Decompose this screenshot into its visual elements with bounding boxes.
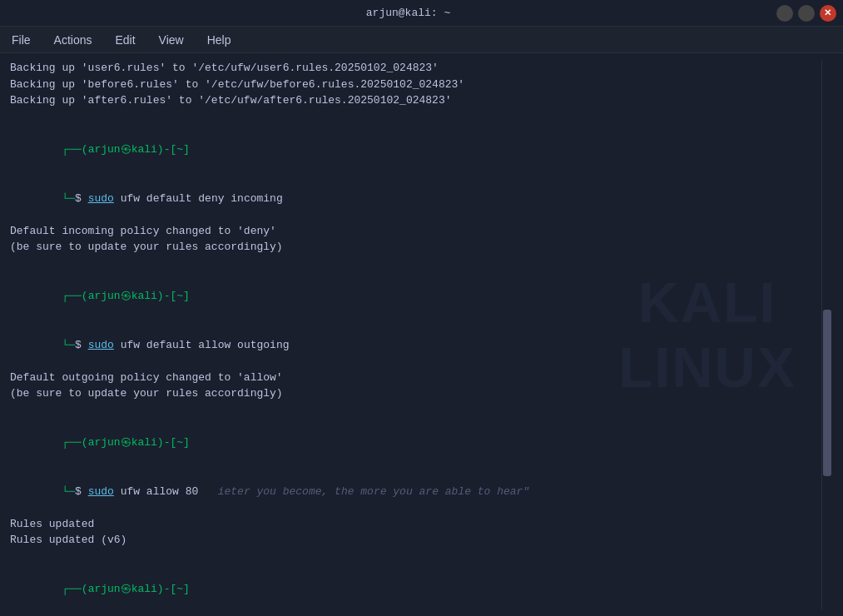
empty-line-2 [10, 256, 821, 272]
cmd-text-1: ufw default deny incoming [114, 192, 283, 205]
menu-edit[interactable]: Edit [110, 32, 140, 48]
menu-bar: File Actions Edit View Help [0, 27, 843, 53]
cmd-text-2: ufw default allow outgoing [114, 339, 290, 351]
cmd-line-1: └─$ sudo ufw default deny incoming [10, 174, 821, 223]
scrollbar[interactable] [821, 60, 833, 609]
cmd-sudo-2: sudo [88, 339, 114, 351]
cmd-sudo-3: sudo [88, 485, 114, 498]
menu-file[interactable]: File [7, 32, 36, 48]
prompt-line-4: ┌──(arjun㉿kali)-[~] [10, 565, 821, 610]
quote-text: ieter you become, the more you are able … [198, 485, 529, 498]
maximize-button[interactable] [798, 5, 815, 22]
cmd-text-3: ufw allow 80 [114, 485, 198, 498]
empty-line-3 [10, 402, 821, 419]
window-controls: ✕ [776, 5, 836, 22]
output-line-1: Backing up 'user6.rules' to '/etc/ufw/us… [10, 60, 821, 77]
prompt-line-3: ┌──(arjun㉿kali)-[~] [10, 419, 821, 468]
terminal-body[interactable]: KALI LINUX Backing up 'user6.rules' to '… [0, 53, 843, 616]
output-80-1: Rules updated [10, 516, 821, 533]
empty-line-1 [10, 109, 821, 126]
output-allow-1: Default outgoing policy changed to 'allo… [10, 370, 821, 386]
terminal-window: arjun@kali: ~ ✕ File Actions Edit View H… [0, 0, 843, 616]
output-deny-2: (be sure to update your rules accordingl… [10, 239, 821, 256]
output-line-2: Backing up 'before6.rules' to '/etc/ufw/… [10, 77, 821, 93]
menu-actions[interactable]: Actions [49, 32, 97, 48]
output-line-3: Backing up 'after6.rules' to '/etc/ufw/a… [10, 92, 821, 109]
menu-view[interactable]: View [154, 32, 189, 48]
cmd-sudo-1: sudo [88, 192, 114, 205]
prompt-host-1: arjun㉿kali [88, 143, 157, 156]
output-80-2: Rules updated (v6) [10, 532, 821, 549]
window-title: arjun@kali: ~ [366, 7, 450, 19]
output-allow-2: (be sure to update your rules accordingl… [10, 385, 821, 402]
prompt-line-1: ┌──(arjun㉿kali)-[~] [10, 126, 821, 175]
cmd-line-3: └─$ sudo ufw allow 80 ieter you become, … [10, 467, 821, 516]
prompt-bracket-1: ┌──( [62, 143, 87, 156]
output-deny-1: Default incoming policy changed to 'deny… [10, 223, 821, 240]
title-bar: arjun@kali: ~ ✕ [0, 0, 843, 27]
terminal-content: KALI LINUX Backing up 'user6.rules' to '… [10, 60, 821, 609]
empty-line-4 [10, 549, 821, 565]
cmd-line-2: └─$ sudo ufw default allow outgoing [10, 320, 821, 370]
menu-help[interactable]: Help [202, 32, 236, 48]
close-button[interactable]: ✕ [820, 5, 836, 22]
prompt-line-2: ┌──(arjun㉿kali)-[~] [10, 272, 821, 321]
minimize-button[interactable] [776, 5, 793, 22]
scrollbar-thumb[interactable] [823, 310, 831, 476]
prompt-bracket-2: )-[ [157, 143, 176, 156]
